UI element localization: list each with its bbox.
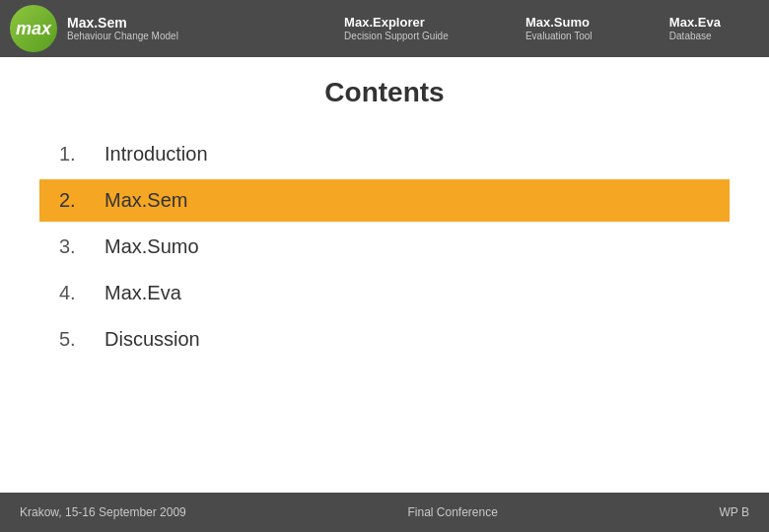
nav-explorer-subtitle: Decision Support Guide [344, 31, 449, 42]
main-content: Contents 1.Introduction2.Max.Sem3.Max.Su… [0, 57, 769, 384]
logo-area: max Max.Sem Behaviour Change Model [10, 5, 306, 52]
footer-wp: WP B [720, 505, 749, 519]
nav-eva-subtitle: Database [669, 31, 721, 42]
nav-items: Max.Explorer Decision Support Guide Max.… [306, 15, 759, 42]
nav-sumo-subtitle: Evaluation Tool [525, 31, 593, 42]
contents-list: 1.Introduction2.Max.Sem3.Max.Sumo4.Max.E… [39, 133, 730, 361]
list-item: 4.Max.Eva [39, 272, 730, 314]
header: max Max.Sem Behaviour Change Model Max.E… [0, 0, 769, 57]
item-label: Introduction [105, 143, 208, 166]
product-subtitle: Behaviour Change Model [67, 31, 178, 42]
nav-sumo-title: Max.Sumo [525, 15, 593, 31]
footer-location: Krakow, 15-16 September 2009 [20, 505, 186, 519]
item-label: Max.Sem [105, 189, 187, 212]
item-number: 5. [59, 328, 89, 351]
list-item: 5.Discussion [39, 318, 730, 361]
item-label: Max.Sumo [105, 235, 199, 258]
logo-icon: max [10, 5, 57, 52]
list-item: 3.Max.Sumo [39, 226, 730, 268]
page-title: Contents [39, 77, 730, 108]
list-item: 1.Introduction [39, 133, 730, 175]
list-item: 2.Max.Sem [39, 179, 730, 222]
item-label: Discussion [105, 328, 200, 351]
item-label: Max.Eva [105, 282, 181, 304]
nav-eva[interactable]: Max.Eva Database [669, 15, 721, 42]
item-number: 1. [59, 143, 89, 166]
logo-text: max [16, 20, 51, 37]
nav-sumo[interactable]: Max.Sumo Evaluation Tool [525, 15, 593, 42]
item-number: 4. [59, 282, 89, 304]
footer-conference: Final Conference [407, 505, 497, 519]
item-number: 3. [59, 235, 89, 258]
item-number: 2. [59, 189, 89, 212]
nav-explorer-title: Max.Explorer [344, 15, 449, 31]
footer: Krakow, 15-16 September 2009 Final Confe… [0, 493, 769, 532]
product-info: Max.Sem Behaviour Change Model [67, 15, 178, 43]
nav-eva-title: Max.Eva [669, 15, 721, 31]
nav-explorer[interactable]: Max.Explorer Decision Support Guide [344, 15, 449, 42]
product-title: Max.Sem [67, 15, 178, 32]
